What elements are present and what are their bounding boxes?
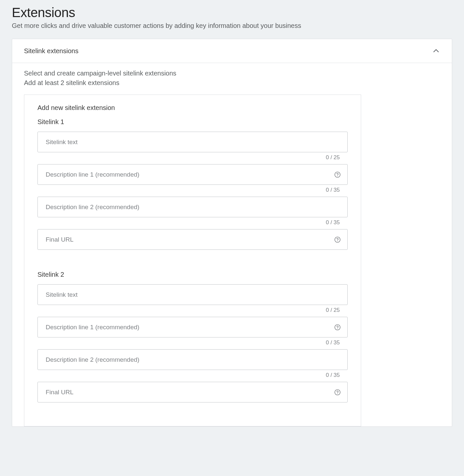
char-counter: 0 / 25 <box>37 152 348 164</box>
add-sitelink-card: Add new sitelink extension Sitelink 1 0 … <box>24 95 361 426</box>
final-url-input[interactable] <box>37 382 348 402</box>
description-line-1-input[interactable] <box>37 164 348 185</box>
svg-point-5 <box>337 328 338 329</box>
chevron-up-icon[interactable] <box>432 47 440 55</box>
sitelink-block-2: Sitelink 2 0 / 25 0 / 35 <box>37 271 348 405</box>
help-icon[interactable] <box>334 389 341 396</box>
sitelink-text-input[interactable] <box>37 132 348 152</box>
panel-lead-1: Select and create campaign-level sitelin… <box>24 70 440 77</box>
sitelink-extensions-card: Sitelink extensions Select and create ca… <box>12 39 452 427</box>
help-icon[interactable] <box>334 171 341 178</box>
final-url-input[interactable] <box>37 229 348 250</box>
card-header-title: Sitelink extensions <box>24 47 79 55</box>
description-line-2-input[interactable] <box>37 349 348 370</box>
page-subtitle: Get more clicks and drive valuable custo… <box>12 22 452 30</box>
add-sitelink-title: Add new sitelink extension <box>37 104 348 112</box>
sitelink-block-1: Sitelink 1 0 / 25 0 / 35 <box>37 118 348 252</box>
svg-point-3 <box>337 241 338 241</box>
description-line-2-input[interactable] <box>37 197 348 217</box>
help-icon[interactable] <box>334 236 341 243</box>
page-title: Extensions <box>12 5 452 20</box>
char-counter: 0 / 25 <box>37 305 348 317</box>
sitelink-heading: Sitelink 1 <box>37 118 348 126</box>
panel-lead-2: Add at least 2 sitelink extensions <box>24 79 440 87</box>
char-counter: 0 / 35 <box>37 217 348 229</box>
sitelink-text-input[interactable] <box>37 284 348 305</box>
svg-point-7 <box>337 393 338 394</box>
description-line-1-input[interactable] <box>37 317 348 337</box>
svg-point-1 <box>337 176 338 176</box>
char-counter: 0 / 35 <box>37 337 348 349</box>
char-counter: 0 / 35 <box>37 370 348 382</box>
char-counter: 0 / 35 <box>37 185 348 197</box>
help-icon[interactable] <box>334 324 341 331</box>
card-header[interactable]: Sitelink extensions <box>12 39 452 63</box>
sitelink-heading: Sitelink 2 <box>37 271 348 278</box>
card-body: Select and create campaign-level sitelin… <box>12 63 452 426</box>
